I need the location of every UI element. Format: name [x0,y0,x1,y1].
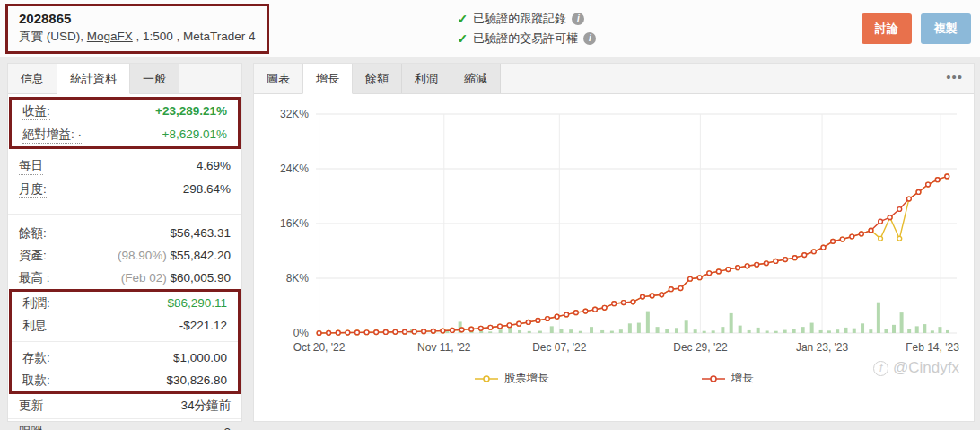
svg-text:Jan 23, '23: Jan 23, '23 [796,341,849,354]
watermark-logo-icon: f [873,361,888,376]
profit-annotation-box: 利潤: $86,290.11 利息 -$221.12 存款: $1,000.00… [9,289,241,394]
svg-text:24K%: 24K% [280,162,309,175]
svg-text:Feb 14, '23: Feb 14, '23 [906,341,959,354]
stat-row-abs-gain: 絕對增益: · +8,629.01% [12,123,238,146]
page-header: 2028865 真實 (USD), MogaFX , 1:500 , MetaT… [0,0,980,57]
tab-profit[interactable]: 利潤 [402,64,451,93]
verified-trading-privileges-label: 已驗證的交易許可權 [473,31,578,47]
stat-row-withdrawals: 取款: $30,826.80 [12,369,238,391]
stats-rows: 收益: +23,289.21% 絕對增益: · +8,629.01% 每日 4.… [8,94,241,430]
svg-text:16K%: 16K% [280,217,309,230]
tab-balance[interactable]: 餘額 [353,64,402,93]
watermark-text: @Cindyfx [893,359,959,377]
stat-row-gain: 收益: +23,289.21% [12,100,238,123]
svg-text:Nov 11, '22: Nov 11, '22 [417,341,471,354]
stats-sidebar: 信息 統計資料 一般 收益: +23,289.21% 絕對增益: · +8,62… [7,63,242,422]
account-type: 真實 (USD), [19,30,87,43]
info-icon[interactable]: i [572,13,584,25]
check-icon: ✓ [458,12,468,26]
ellipsis-menu-icon[interactable]: ••• [946,64,963,91]
watermark: f @Cindyfx [873,359,959,377]
tab-chart[interactable]: 圖表 [254,64,302,93]
legend-growth[interactable]: 增長 [702,371,754,386]
tab-statistics[interactable]: 統計資料 [57,64,130,94]
stat-row-deposits: 存款: $1,000.00 [12,347,238,369]
stat-row-tracking: 跟蹤 2 [8,421,241,430]
verified-track-record: ✓ 已驗證的跟蹤記錄 i [458,11,597,27]
sidebar-tabstrip: 信息 統計資料 一般 [8,64,241,94]
account-details: 真實 (USD), MogaFX , 1:500 , MetaTrader 4 [19,29,256,45]
tab-drawdown[interactable]: 縮減 [451,64,501,93]
svg-text:Oct 20, '22: Oct 20, '22 [293,341,346,354]
svg-text:0%: 0% [293,327,310,339]
verification-badges: ✓ 已驗證的跟蹤記錄 i ✓ 已驗證的交易許可權 i [458,11,597,47]
growth-chart: 0%8K%16K%24K%32K%Oct 20, '22Nov 11, '22D… [254,94,974,386]
gain-annotation-box: 收益: +23,289.21% 絕對增益: · +8,629.01% [9,97,241,149]
info-icon[interactable]: i [583,32,596,45]
svg-text:Dec 29, '22: Dec 29, '22 [673,341,728,354]
stat-row-daily: 每日 4.69% [8,154,241,178]
discuss-button[interactable]: 討論 [862,13,912,44]
legend-equity-growth[interactable]: 股票增長 [475,371,549,386]
svg-text:Dec 07, '22: Dec 07, '22 [532,341,587,354]
header-buttons: 討論 複製 [862,13,971,44]
verified-trading-privileges: ✓ 已驗證的交易許可權 i [458,31,597,47]
stat-row-balance: 餘額: $56,463.31 [8,222,241,244]
account-id: 2028865 [19,11,256,26]
account-info-box: 2028865 真實 (USD), MogaFX , 1:500 , MetaT… [5,4,269,54]
stat-row-profit: 利潤: $86,290.11 [12,292,238,314]
stat-row-highest: 最高 : (Feb 02) $60,005.90 [8,267,241,289]
account-rest: , 1:500 , MetaTrader 4 [133,30,256,43]
chart-panel: 圖表 增長 餘額 利潤 縮減 ••• 0%8K%16K%24K%32K%Oct … [253,63,975,422]
tab-info[interactable]: 信息 [8,64,57,93]
svg-text:32K%: 32K% [280,108,309,120]
growth-line-marker-icon [702,374,725,383]
verified-track-record-label: 已驗證的跟蹤記錄 [473,11,566,27]
stat-row-interest: 利息 -$221.12 [12,314,238,337]
stat-row-monthly: 月度: 298.64% [8,178,241,201]
tab-general[interactable]: 一般 [130,64,179,93]
stat-row-equity: 資產: (98.90%) $55,842.20 [8,244,241,267]
copy-button[interactable]: 複製 [921,13,971,44]
chart-legend: 股票增長 增長 [264,371,964,386]
tab-growth[interactable]: 增長 [302,64,353,94]
check-icon: ✓ [458,31,468,46]
chart-tabstrip: 圖表 增長 餘額 利潤 縮減 ••• [254,64,974,94]
broker-link[interactable]: MogaFX [87,30,133,43]
svg-text:8K%: 8K% [286,272,310,285]
stat-row-updated: 更新 34分鐘前 [8,394,241,417]
growth-chart-canvas[interactable]: 0%8K%16K%24K%32K%Oct 20, '22Nov 11, '22D… [264,101,964,364]
equity-line-marker-icon [475,374,498,383]
